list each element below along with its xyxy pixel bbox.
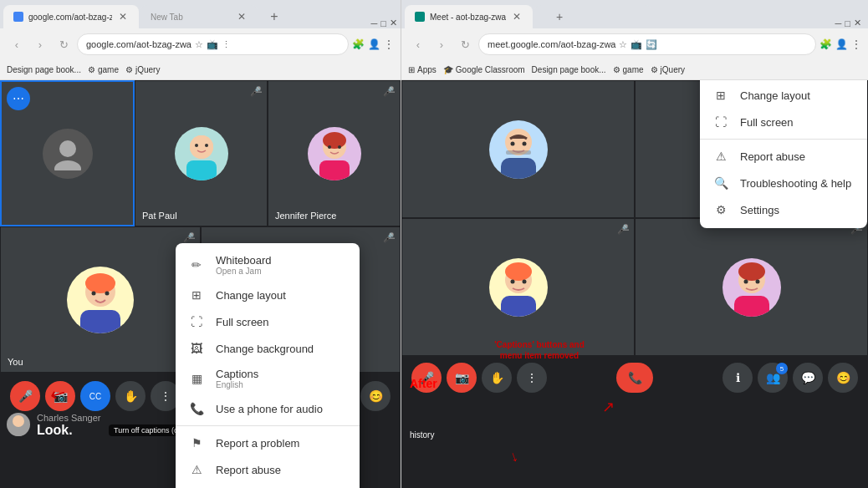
bookmark-design[interactable]: Design page book... (7, 65, 81, 74)
right-sync-icon[interactable]: 🔄 (646, 39, 657, 50)
video-cell-you[interactable]: 🎤̶ You (0, 226, 201, 373)
right-report-label: Report abuse (740, 150, 805, 163)
svg-point-16 (91, 291, 95, 295)
left-address-bar-row: ‹ › ↻ google.com/aot-bzag-zwa ☆ 📺 ⋮ 🧩 👤 … (0, 28, 401, 60)
svg-point-10 (323, 132, 346, 149)
right-menu-troubleshoot[interactable]: 🔍 Troubleshooting & help (700, 170, 867, 196)
right-menu-fullscreen[interactable]: ⛶ Full screen (700, 109, 867, 135)
mic-btn[interactable]: 🎤 (10, 381, 40, 411)
right-menu-layout[interactable]: ⊞ Change layout (700, 82, 867, 109)
right-tab-close[interactable]: ✕ (511, 11, 523, 23)
video-cell-jennifer[interactable]: 🎤̶ Jennifer Pierce (268, 80, 401, 226)
right-cell-girl2[interactable]: 🎤̶ ✏ Whiteboard Open a Jam (635, 218, 868, 356)
right-forward[interactable]: › (431, 34, 452, 54)
report-problem-label: Report a problem (216, 437, 299, 450)
left-tab2-close[interactable]: ✕ (236, 11, 248, 23)
left-tab-new[interactable]: New Tab ✕ (140, 5, 258, 28)
left-tab-label: google.com/aot-bzag-zwa (28, 13, 112, 22)
bm-game[interactable]: ⚙ game (613, 65, 644, 74)
right-activities-btn[interactable]: 😊 (828, 363, 858, 393)
left-tab2-label: New Tab (151, 13, 183, 22)
right-reload[interactable]: ↻ (455, 34, 475, 54)
right-menu[interactable]: ⋮ (851, 38, 861, 50)
right-camera-btn[interactable]: 📷 (447, 363, 477, 393)
profile-icon[interactable]: 👤 (368, 38, 380, 50)
right-address-bar-row: ‹ › ↻ meet.google.com/aot-bzag-zwa ☆ 📺 🔄… (401, 28, 868, 60)
right-menu-settings[interactable]: ⚙ Settings (700, 196, 867, 223)
right-end-call-btn[interactable]: 📞 (616, 363, 653, 393)
forward-btn[interactable]: › (30, 34, 50, 54)
menu-change-layout[interactable]: ⊞ Change layout (176, 282, 360, 308)
reload-btn[interactable]: ↻ (54, 34, 74, 54)
right-close[interactable]: ✕ (854, 18, 861, 28)
right-address-input[interactable]: meet.google.com/aot-bzag-zwa ☆ 📺 🔄 (478, 33, 816, 55)
right-cell-girl[interactable]: 🎤̶ (401, 218, 635, 356)
left-tab-active[interactable]: google.com/aot-bzag-zwa ✕ (3, 5, 139, 28)
avatar-right-girl2 (722, 258, 781, 317)
video-cell-1[interactable]: ⋯ (0, 80, 135, 226)
menu-fullscreen[interactable]: ⛶ Full screen (176, 308, 360, 335)
menu-phone-audio[interactable]: 📞 Use a phone for audio (176, 395, 360, 422)
address-input[interactable]: google.com/aot-bzag-zwa ☆ 📺 ⋮ (77, 33, 349, 55)
mic-off-jennifer: 🎤̶ (383, 86, 395, 97)
bookmark-star[interactable]: ☆ (195, 39, 203, 50)
browser-menu[interactable]: ⋮ (384, 38, 394, 50)
right-back[interactable]: ‹ (408, 34, 428, 54)
right-extensions[interactable]: 🧩 (819, 38, 832, 50)
minimize-btn[interactable]: ─ (371, 18, 378, 28)
right-people-btn[interactable]: 👥 5 (758, 363, 788, 393)
report-abuse-icon: ⚠ (189, 462, 204, 477)
right-minimize[interactable]: ─ (835, 18, 842, 28)
menu-captions[interactable]: ▦ Captions English (176, 362, 360, 395)
right-info-btn[interactable]: ℹ (722, 363, 753, 393)
right-more-btn[interactable]: ⋮ (517, 363, 547, 393)
right-cell-man[interactable] (401, 80, 635, 218)
menu-change-bg[interactable]: 🖼 Change background (176, 335, 360, 362)
captions-btn[interactable]: CC (80, 381, 110, 411)
left-tab-close[interactable]: ✕ (117, 11, 129, 23)
video-cell-patpaul[interactable]: 🎤̶ Pat Paul (135, 80, 268, 226)
extensions-icon[interactable]: 🧩 (352, 38, 365, 50)
svg-rect-21 (501, 158, 536, 179)
bm-design[interactable]: Design page book... (532, 65, 606, 74)
menu-report-problem[interactable]: ⚑ Report a problem (176, 430, 360, 456)
menu-report-abuse[interactable]: ⚠ Report abuse (176, 456, 360, 483)
menu-troubleshoot[interactable]: 🔍 Troubleshooting & help (176, 483, 360, 488)
cast-icon[interactable]: 📺 (207, 39, 218, 50)
svg-rect-35 (734, 296, 769, 317)
svg-point-37 (743, 279, 748, 283)
right-menu-report-abuse[interactable]: ⚠ Report abuse (700, 143, 867, 170)
svg-point-32 (510, 279, 514, 283)
close-btn[interactable]: ✕ (390, 18, 397, 28)
right-cast-icon[interactable]: 📺 (631, 39, 642, 50)
right-favicon (415, 12, 425, 22)
right-tab-active[interactable]: Meet - aot-bzag-zwa ✕ (405, 5, 533, 28)
bm-apps[interactable]: ⊞ Apps (408, 65, 437, 74)
bookmark-game[interactable]: ⚙ game (88, 65, 119, 74)
right-tab-new[interactable]: + (534, 5, 651, 28)
right-profile[interactable]: 👤 (835, 38, 848, 50)
bm-jquery[interactable]: ⚙ jQuery (651, 65, 685, 74)
raise-hand-btn[interactable]: ✋ (115, 381, 146, 411)
more-options-btn[interactable]: ⋯ (7, 87, 30, 110)
more-addr-icon[interactable]: ⋮ (222, 39, 231, 50)
right-maximize[interactable]: □ (845, 18, 850, 28)
right-chat-btn[interactable]: 💬 (793, 363, 823, 393)
bookmark-jquery[interactable]: ⚙ jQuery (125, 65, 160, 74)
phone-icon: 📞 (189, 401, 204, 416)
reactions-btn[interactable]: 😊 (360, 381, 391, 411)
maximize-btn[interactable]: □ (380, 18, 386, 28)
right-tab-bar: Meet - aot-bzag-zwa ✕ + ─ □ ✕ (401, 0, 868, 28)
bm-classroom[interactable]: 🎓 Google Classroom (443, 65, 525, 74)
back-btn[interactable]: ‹ (7, 34, 27, 54)
right-add-tab[interactable]: + (548, 5, 571, 28)
svg-point-38 (755, 279, 759, 283)
right-layout-label: Change layout (740, 89, 810, 102)
menu-whiteboard[interactable]: ✏ Whiteboard Open a Jam (176, 248, 360, 282)
left-add-tab[interactable]: + (263, 5, 286, 28)
right-troubleshoot-label: Troubleshooting & help (740, 177, 851, 190)
right-troubleshoot-icon: 🔍 (713, 175, 728, 191)
charles-text: Charles Sanger Look. (37, 413, 100, 438)
right-bookmark-star[interactable]: ☆ (619, 39, 627, 50)
right-hand-btn[interactable]: ✋ (482, 363, 512, 393)
